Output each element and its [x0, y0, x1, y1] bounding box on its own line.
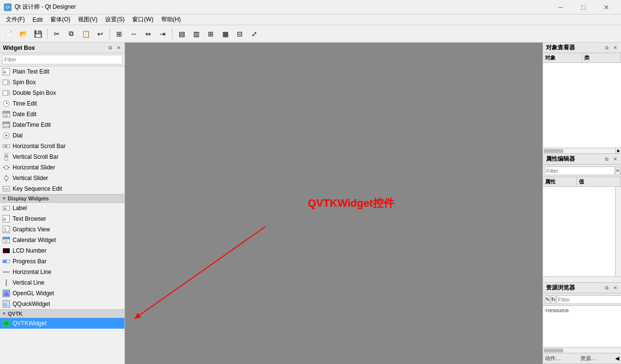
resource-browser-hscroll[interactable] [543, 347, 621, 353]
list-item[interactable]: Time Edit [0, 98, 124, 109]
menu-settings[interactable]: 设置(S) [101, 15, 128, 25]
hslider-icon [2, 163, 11, 172]
tb-layout-h[interactable]: ▤ [175, 27, 188, 41]
menu-window[interactable]: 窗口(W) [128, 15, 157, 25]
hline-label: Horizontal Line [13, 269, 51, 275]
resource-hscroll-thumb [544, 349, 563, 352]
vline-label: Vertical Line [13, 279, 44, 286]
tb-buddy-mode[interactable]: ⇔ [141, 27, 155, 41]
keyseq-edit-icon: Ctrl [2, 184, 11, 193]
resource-item[interactable]: <resource [545, 307, 619, 314]
tb-layout-v[interactable]: ▥ [189, 27, 203, 41]
tb-widget-mode[interactable]: ⊞ [112, 27, 126, 41]
qvtk-widget-item[interactable]: QVTKWidget [0, 318, 124, 329]
widget-box-float-button[interactable]: ⧉ [106, 44, 114, 52]
resource-browser-close-button[interactable]: ✕ [611, 284, 619, 292]
vline-icon [2, 278, 11, 287]
opengl-widget-label: OpenGL Widget [13, 290, 54, 297]
list-item[interactable]: A Plain Text Edit [0, 66, 124, 77]
object-inspector-float-button[interactable]: ⧉ [603, 44, 610, 52]
resource-filter-input[interactable] [557, 295, 621, 304]
tb-layout-form[interactable]: ▦ [218, 27, 232, 41]
spin-box-label: Spin Box [13, 79, 36, 86]
menu-window-form[interactable]: 窗体(O) [47, 15, 74, 25]
tb-copy[interactable]: ⧉ [64, 27, 78, 41]
minimize-button[interactable]: ─ [550, 2, 572, 12]
list-item[interactable]: Vertical Scroll Bar [0, 152, 124, 162]
tb-sep-1 [47, 29, 47, 39]
resource-browser-panel: 资源浏览器 ⧉ ✕ ✎ ↻ <resource 动作… 资源… ◀ [543, 283, 621, 364]
resource-browser-float-button[interactable]: ⧉ [603, 284, 610, 292]
list-item[interactable]: Progress Bar [0, 256, 124, 267]
filter-input[interactable] [2, 55, 123, 64]
object-inspector-close-button[interactable]: ✕ [611, 44, 619, 52]
list-item[interactable]: Vertical Slider [0, 173, 124, 183]
tb-save[interactable]: 💾 [31, 27, 45, 41]
svg-rect-22 [5, 155, 7, 158]
list-item[interactable]: 12 LCD Number [0, 245, 124, 256]
qquick-widget-label: QQuickWidget [13, 301, 50, 307]
dial-label: Dial [13, 132, 23, 139]
resource-reload-icon[interactable]: ↻ [551, 295, 556, 304]
label-label: Label [13, 205, 27, 212]
property-editor-hscroll[interactable] [543, 276, 621, 282]
tb-undo[interactable]: ↩ [93, 27, 107, 41]
property-editor-close-button[interactable]: ✕ [611, 155, 619, 163]
object-inspector-scroll-right[interactable]: ▶ [615, 148, 621, 154]
list-item[interactable]: Dial [0, 130, 124, 141]
resource-resource-tab[interactable]: 资源… [580, 355, 596, 362]
tb-layout-g[interactable]: ⊞ [204, 27, 217, 41]
widget-box-close-button[interactable]: ✕ [115, 44, 123, 52]
tb-new[interactable]: 📄 [2, 27, 16, 41]
menu-help[interactable]: 帮助(H) [157, 15, 185, 25]
calendar-widget-icon: 12 [2, 236, 11, 244]
property-filter-input[interactable] [545, 167, 615, 175]
tb-paste[interactable]: 📋 [79, 27, 93, 41]
list-item[interactable]: Vertical Line [0, 277, 124, 288]
list-item[interactable]: 12 Calendar Widget [0, 235, 124, 245]
maximize-button[interactable]: □ [573, 2, 594, 12]
list-item[interactable]: A Text Browser [0, 213, 124, 224]
plain-text-edit-icon: A [2, 67, 11, 76]
object-inspector-hscroll[interactable]: ▶ [543, 148, 621, 153]
lcd-number-icon: 12 [2, 246, 11, 255]
resource-edit-icon[interactable]: ✎ [545, 295, 550, 304]
list-item[interactable]: Horizontal Line [0, 267, 124, 277]
resource-expand-button[interactable]: ◀ [615, 355, 619, 362]
list-item[interactable]: OpenGL Widget [0, 288, 124, 299]
list-item[interactable]: 12:00 Date/Time Edit [0, 120, 124, 130]
qvtk-widget-icon [2, 319, 11, 328]
svg-text:12: 12 [4, 114, 8, 117]
menu-edit[interactable]: Edit [29, 15, 47, 24]
property-editor-toolbar: + − ✎ [543, 165, 621, 177]
property-add-button[interactable]: + [616, 167, 620, 175]
tb-adjust-size[interactable]: ⤢ [248, 27, 261, 41]
object-inspector-scroll[interactable] [543, 63, 621, 148]
resource-action-tab[interactable]: 动作… [545, 355, 561, 362]
menu-file[interactable]: 文件(F) [2, 15, 29, 25]
list-item[interactable]: A Label [0, 203, 124, 213]
list-item[interactable]: 12 Date Edit [0, 109, 124, 120]
close-button[interactable]: ✕ [595, 2, 617, 12]
list-item[interactable]: Ctrl Key Sequence Edit [0, 183, 124, 194]
list-item[interactable]: Double Spin Box [0, 88, 124, 98]
menu-view[interactable]: 视图(V) [74, 15, 101, 25]
category-qvtk[interactable]: ▼ QVTK [0, 309, 124, 318]
list-item[interactable]: Horizontal Slider [0, 162, 124, 173]
tb-tab-mode[interactable]: ⇥ [156, 27, 170, 41]
list-item[interactable]: Horizontal Scroll Bar [0, 141, 124, 152]
list-item[interactable]: Spin Box [0, 77, 124, 88]
category-display-widgets[interactable]: ▼ Display Widgets [0, 194, 124, 203]
property-editor-float-button[interactable]: ⧉ [603, 155, 610, 163]
tb-cut[interactable]: ✂ [50, 27, 63, 41]
object-inspector-header: 对象 类 [543, 53, 621, 63]
tb-edit-mode[interactable]: ↔ [127, 27, 140, 41]
double-spin-box-icon [2, 89, 11, 97]
tb-layout-break[interactable]: ⊟ [233, 27, 247, 41]
tb-open[interactable]: 📂 [16, 27, 30, 41]
property-editor-vscroll[interactable] [615, 187, 621, 276]
property-editor-scroll[interactable] [543, 187, 615, 276]
list-item[interactable]: Q QQuickWidget [0, 299, 124, 309]
list-item[interactable]: Graphics View [0, 224, 124, 235]
right-panels: 对象查看器 ⧉ ✕ 对象 类 ▶ [543, 43, 621, 364]
